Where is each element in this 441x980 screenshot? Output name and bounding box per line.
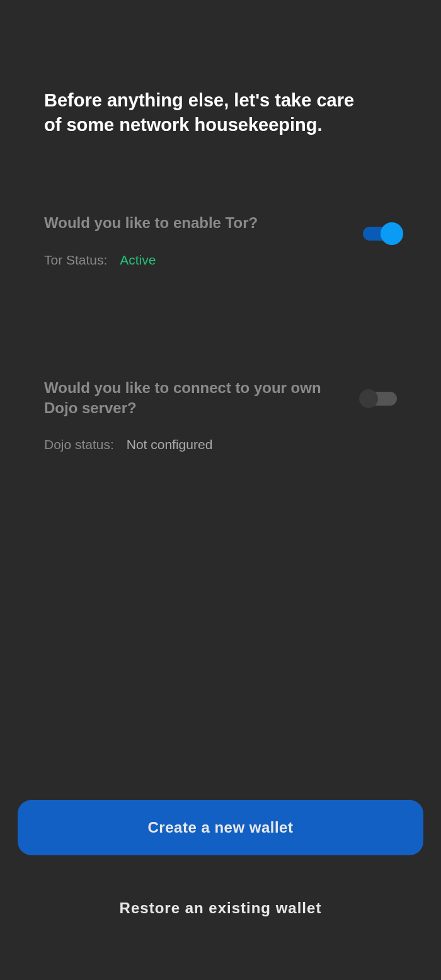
- page-heading: Before anything else, let's take care of…: [44, 88, 359, 137]
- tor-question: Would you like to enable Tor?: [44, 213, 321, 233]
- tor-toggle[interactable]: [363, 227, 397, 241]
- dojo-section: Would you like to connect to your own Do…: [44, 378, 397, 453]
- tor-status-label: Tor Status:: [44, 253, 107, 267]
- dojo-status-label: Dojo status:: [44, 437, 114, 452]
- create-wallet-button[interactable]: Create a new wallet: [18, 800, 423, 855]
- tor-section: Would you like to enable Tor? Tor Status…: [44, 213, 397, 267]
- restore-wallet-button[interactable]: Restore an existing wallet: [18, 893, 423, 923]
- dojo-toggle[interactable]: [363, 392, 397, 406]
- tor-status-value: Active: [120, 253, 156, 267]
- dojo-question: Would you like to connect to your own Do…: [44, 378, 321, 419]
- dojo-status-value: Not configured: [127, 437, 213, 452]
